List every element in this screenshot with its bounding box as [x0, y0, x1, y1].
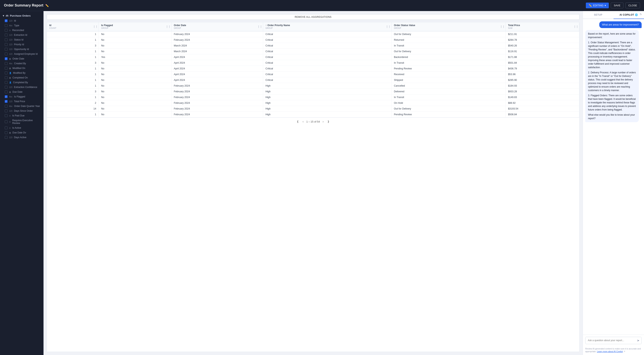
checkbox[interactable] [5, 71, 8, 74]
cell-id: 3 [47, 89, 99, 94]
close-button[interactable]: CLOSE [626, 2, 640, 8]
remove-aggregations-button[interactable]: REMOVE ALL AGGREGATIONS [47, 14, 580, 20]
checkbox[interactable] [5, 114, 8, 117]
checkbox[interactable] [5, 34, 8, 36]
col-is-flagged[interactable]: Is FlaggedGROUP⋮⋮ [99, 22, 171, 31]
cell-order-status-value: In Transit [391, 94, 506, 100]
sidebar-item-fld-order-date-qy[interactable]: AbcOrder Date Quarter Year [0, 104, 43, 108]
checkbox[interactable] [5, 52, 8, 55]
save-button[interactable]: SAVE [611, 2, 624, 8]
tab-setup[interactable]: SETUP [583, 11, 614, 19]
cell-order-status-value: In Transit [391, 43, 506, 49]
sidebar-item-fld-id[interactable]: 123Id [0, 18, 43, 23]
checkbox[interactable] [5, 38, 8, 41]
checkbox[interactable] [5, 95, 8, 98]
sidebar-item-fld-status-id[interactable]: 123Status Id [0, 37, 43, 42]
col-total-price[interactable]: Total PriceSUM⋮⋮ [506, 22, 579, 31]
checkbox[interactable] [5, 62, 8, 65]
sidebar-item-fld-is-flagged[interactable]: AbcIs Flagged [0, 94, 43, 99]
cell-is-flagged: No [99, 60, 171, 66]
checkbox[interactable] [5, 81, 8, 84]
col-order-priority-name[interactable]: ↑Order Priority NameGROUP⋮⋮ [263, 22, 391, 31]
cell-id: 1 [47, 31, 99, 37]
table-row: 14NoFebruary 2024HighOut for Delivery$31… [47, 106, 579, 112]
table-row: 3NoFebruary 2024HighDelivered$933.28 [47, 89, 579, 94]
checkbox[interactable] [5, 136, 8, 139]
prev-page-button[interactable]: ‹ [301, 120, 305, 124]
cell-id: 1 [47, 66, 99, 71]
edit-icon[interactable]: ✏️ [45, 4, 49, 7]
tab-ai-copilot[interactable]: AI COPILOT🌐 [614, 11, 644, 19]
sidebar-item-fld-days-since-order[interactable]: 123Days Since Order [0, 108, 43, 113]
first-page-button[interactable]: ⟪ [296, 120, 300, 124]
cell-id: 1 [47, 71, 99, 77]
sidebar-item-fld-reconciled[interactable]: ⊙Reconciled [0, 28, 43, 33]
col-order-date[interactable]: Order DateGROUP⋮⋮ [171, 22, 263, 31]
checkbox[interactable] [5, 86, 8, 88]
field-type-icon: 123 [9, 136, 12, 139]
cell-order-status-value: Shipped [391, 77, 506, 83]
sidebar-item-fld-extraction-confidence[interactable]: 123Extraction Confidence [0, 85, 43, 89]
checkbox[interactable] [5, 43, 8, 46]
sidebar-item-fld-days-active[interactable]: 123Days Active [0, 135, 43, 140]
field-type-icon: 123 [9, 100, 12, 103]
sidebar-item-fld-order-date[interactable]: ▦Order Date [0, 56, 43, 61]
sidebar-item-fld-created-by[interactable]: AbcCreated By [0, 61, 43, 66]
checkbox[interactable] [5, 109, 8, 112]
sidebar-item-fld-requires-exec[interactable]: ⊙Requires Executive Review [0, 118, 43, 125]
data-table-container[interactable]: IdCOUNT⋮⋮Is FlaggedGROUP⋮⋮Order DateGROU… [47, 22, 580, 352]
sidebar-item-fld-due-date[interactable]: ▦Due Date [0, 89, 43, 94]
sidebar-item-fld-type[interactable]: AbcType [0, 23, 43, 28]
sidebar-item-fld-modified-by[interactable]: 👤Modified By [0, 70, 43, 75]
sidebar-item-fld-is-active[interactable]: ⊙Is Active [0, 125, 43, 130]
field-label: Due Date Dv [12, 131, 26, 134]
cell-order-date: April 2024 [171, 54, 263, 60]
sidebar-item-fld-assigned-employee-id[interactable]: 123Assigned Employee Id [0, 52, 43, 56]
checkbox[interactable] [5, 67, 8, 70]
next-page-button[interactable]: › [322, 120, 325, 124]
checkbox[interactable] [5, 76, 8, 79]
sidebar-item-fld-total-price[interactable]: 123Total Price [0, 99, 43, 104]
checkbox[interactable] [5, 120, 8, 123]
right-panel: SETUPAI COPILOT🌐 ↻ What are areas for im… [583, 11, 644, 355]
checkbox[interactable] [5, 131, 8, 134]
col-id[interactable]: IdCOUNT⋮⋮ [47, 22, 99, 31]
checkbox[interactable] [5, 48, 8, 51]
sidebar-item-fld-is-past-due[interactable]: ⊙Is Past Due [0, 113, 43, 118]
editing-button[interactable]: ✏️ EDITING ▾ [586, 2, 609, 8]
sidebar-item-fld-due-date-dv[interactable]: ▦Due Date Dv [0, 130, 43, 135]
pagination: ⟪ ‹ 1 – 15 of 54 › ⟫ [47, 117, 579, 125]
checkbox[interactable] [5, 57, 8, 60]
checkbox[interactable] [5, 90, 8, 93]
header-right: ✏️ EDITING ▾ SAVE CLOSE [586, 2, 640, 8]
checkbox[interactable] [5, 24, 8, 27]
sidebar-item-fld-modified-on[interactable]: ▦Modified On [0, 66, 43, 70]
last-page-button[interactable]: ⟫ [326, 120, 330, 124]
checkbox[interactable] [5, 105, 8, 107]
cell-is-flagged: No [99, 112, 171, 117]
chevron-down-icon: ▾ [3, 14, 4, 17]
checkbox[interactable] [5, 19, 8, 22]
cell-order-date: February 2024 [171, 83, 263, 89]
col-order-status-value[interactable]: Order Status ValueGROUP⋮⋮ [391, 22, 506, 31]
checkbox[interactable] [5, 126, 8, 129]
sidebar-item-fld-completed-by[interactable]: 👤Completed By [0, 80, 43, 85]
checkbox[interactable] [5, 100, 8, 103]
cell-order-priority-name: High [263, 94, 391, 100]
sidebar-item-fld-opportunity-id[interactable]: 123Opportunity Id [0, 47, 43, 52]
ai-chat-input[interactable] [586, 338, 635, 343]
sidebar-item-fld-priority-id[interactable]: 123Priority Id [0, 42, 43, 47]
field-type-icon: 👤 [9, 72, 12, 74]
ai-send-button[interactable]: ➤ [635, 337, 642, 344]
cell-total-price: $436.79 [506, 66, 579, 71]
table-row: 1NoFebruary 2024CriticalReturned$284.78 [47, 37, 579, 43]
refresh-icon[interactable]: ↻ [640, 13, 642, 16]
sidebar-item-fld-completed-on[interactable]: ▦Completed On [0, 75, 43, 80]
sidebar-group-header[interactable]: ▾ 🗃 Purchase Orders [0, 13, 43, 18]
field-type-icon: 123 [9, 53, 12, 55]
cell-order-date: February 2024 [171, 94, 263, 100]
checkbox[interactable] [5, 29, 8, 32]
ai-copilot-link[interactable]: Learn more about AI Copilot [597, 350, 623, 353]
sidebar-item-fld-extraction-id[interactable]: 123Extraction Id [0, 33, 43, 37]
cell-total-price: $211.91 [506, 31, 579, 37]
